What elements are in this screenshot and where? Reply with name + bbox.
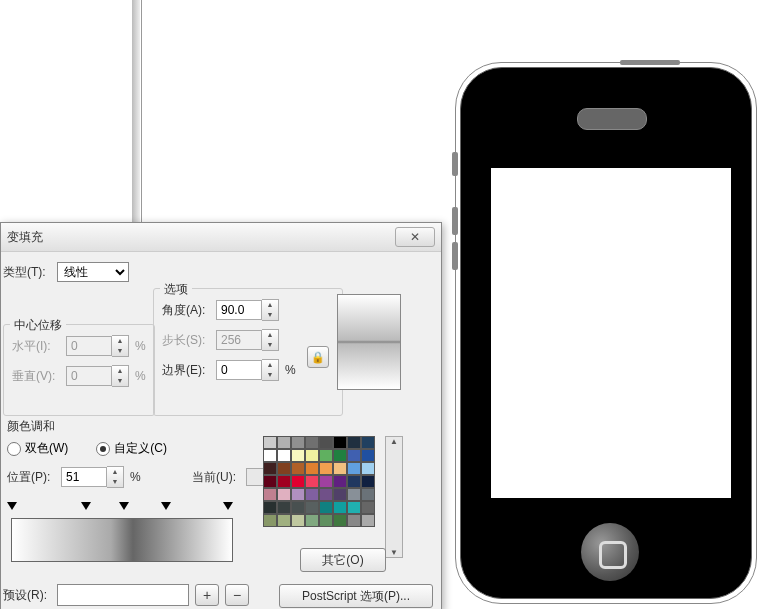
palette-scrollbar[interactable]: ▲▼ — [385, 436, 403, 558]
vertical-spinner: ▲▼ — [66, 365, 129, 387]
palette-swatch[interactable] — [291, 514, 305, 527]
palette-swatch[interactable] — [305, 462, 319, 475]
palette-swatch[interactable] — [263, 462, 277, 475]
palette-swatch[interactable] — [361, 449, 375, 462]
edge-label: 边界(E): — [162, 362, 210, 379]
palette-swatch[interactable] — [263, 488, 277, 501]
palette-swatch[interactable] — [291, 449, 305, 462]
close-button[interactable]: ✕ — [395, 227, 435, 247]
palette-swatch[interactable] — [277, 514, 291, 527]
palette-swatch[interactable] — [263, 501, 277, 514]
palette-swatch[interactable] — [305, 475, 319, 488]
palette-swatch[interactable] — [277, 501, 291, 514]
palette-swatch[interactable] — [263, 449, 277, 462]
other-color-button[interactable]: 其它(O) — [300, 548, 386, 572]
preset-combo[interactable] — [57, 584, 189, 606]
palette-swatch[interactable] — [305, 514, 319, 527]
vertical-input — [66, 366, 112, 386]
palette-swatch[interactable] — [291, 501, 305, 514]
palette-swatch[interactable] — [333, 514, 347, 527]
palette-swatch[interactable] — [263, 436, 277, 449]
palette-swatch[interactable] — [333, 488, 347, 501]
palette-swatch[interactable] — [347, 462, 361, 475]
two-color-radio[interactable]: 双色(W) — [7, 440, 68, 457]
position-spinner[interactable]: ▲▼ — [61, 466, 124, 488]
edge-spinner[interactable]: ▲▼ — [216, 359, 279, 381]
palette-swatch[interactable] — [361, 488, 375, 501]
palette-swatch[interactable] — [305, 488, 319, 501]
palette-swatch[interactable] — [319, 514, 333, 527]
palette-swatch[interactable] — [361, 462, 375, 475]
gradient-stop-top[interactable] — [161, 502, 171, 514]
edge-input[interactable] — [216, 360, 262, 380]
palette-swatch[interactable] — [319, 436, 333, 449]
palette-swatch[interactable] — [319, 449, 333, 462]
gradient-fill-dialog: 变填充 ✕ 类型(T): 线性 中心位移 水平(I): ▲▼ — [0, 222, 442, 609]
radio-icon — [96, 442, 110, 456]
palette-swatch[interactable] — [333, 462, 347, 475]
palette-swatch[interactable] — [333, 475, 347, 488]
type-combo[interactable]: 线性 — [57, 262, 129, 282]
palette-swatch[interactable] — [347, 449, 361, 462]
angle-spinner[interactable]: ▲▼ — [216, 299, 279, 321]
gradient-stop-top[interactable] — [81, 502, 91, 514]
position-input[interactable] — [61, 467, 107, 487]
palette-swatch[interactable] — [361, 436, 375, 449]
palette-swatch[interactable] — [277, 488, 291, 501]
gradient-stop-top[interactable] — [7, 502, 17, 514]
custom-radio[interactable]: 自定义(C) — [96, 440, 167, 457]
phone-drawing[interactable] — [455, 62, 755, 602]
palette-swatch[interactable] — [319, 501, 333, 514]
palette-swatch[interactable] — [277, 436, 291, 449]
spinner-arrows[interactable]: ▲▼ — [107, 466, 124, 488]
palette-swatch[interactable] — [347, 475, 361, 488]
palette-swatch[interactable] — [347, 501, 361, 514]
palette-swatch[interactable] — [263, 514, 277, 527]
preset-label: 预设(R): — [3, 587, 51, 604]
gradient-stop-top[interactable] — [119, 502, 129, 514]
palette-swatch[interactable] — [333, 449, 347, 462]
phone-body — [460, 67, 752, 599]
dialog-titlebar[interactable]: 变填充 ✕ — [1, 223, 441, 252]
palette-swatch[interactable] — [319, 462, 333, 475]
palette-swatch[interactable] — [305, 436, 319, 449]
palette-swatch[interactable] — [361, 501, 375, 514]
palette-swatch[interactable] — [333, 501, 347, 514]
vertical-label: 垂直(V): — [12, 368, 60, 385]
palette-swatch[interactable] — [291, 462, 305, 475]
lock-button[interactable]: 🔒 — [307, 346, 329, 368]
palette-swatch[interactable] — [291, 436, 305, 449]
spinner-arrows[interactable]: ▲▼ — [262, 359, 279, 381]
palette-swatch[interactable] — [319, 475, 333, 488]
angle-label: 角度(A): — [162, 302, 210, 319]
palette-swatch[interactable] — [361, 514, 375, 527]
preset-row: 预设(R): + − — [3, 584, 249, 606]
palette-swatch[interactable] — [277, 475, 291, 488]
palette-swatch[interactable] — [347, 514, 361, 527]
postscript-options-button[interactable]: PostScript 选项(P)... — [279, 584, 433, 608]
palette-swatch[interactable] — [347, 488, 361, 501]
color-palette[interactable] — [263, 436, 385, 556]
palette-swatch[interactable] — [305, 501, 319, 514]
gradient-track[interactable] — [11, 518, 233, 562]
center-offset-legend: 中心位移 — [10, 317, 66, 334]
add-preset-button[interactable]: + — [195, 584, 219, 606]
palette-swatch[interactable] — [319, 488, 333, 501]
palette-swatch[interactable] — [277, 462, 291, 475]
remove-preset-button[interactable]: − — [225, 584, 249, 606]
palette-swatch[interactable] — [291, 488, 305, 501]
angle-input[interactable] — [216, 300, 262, 320]
plus-icon: + — [203, 587, 211, 603]
gradient-stop-top[interactable] — [223, 502, 233, 514]
page-background — [0, 0, 142, 232]
palette-swatch[interactable] — [263, 475, 277, 488]
gradient-editor[interactable] — [11, 500, 231, 560]
palette-swatch[interactable] — [277, 449, 291, 462]
palette-swatch[interactable] — [347, 436, 361, 449]
palette-swatch[interactable] — [333, 436, 347, 449]
palette-swatch[interactable] — [291, 475, 305, 488]
steps-label: 步长(S): — [162, 332, 210, 349]
palette-swatch[interactable] — [361, 475, 375, 488]
palette-swatch[interactable] — [305, 449, 319, 462]
spinner-arrows[interactable]: ▲▼ — [262, 299, 279, 321]
